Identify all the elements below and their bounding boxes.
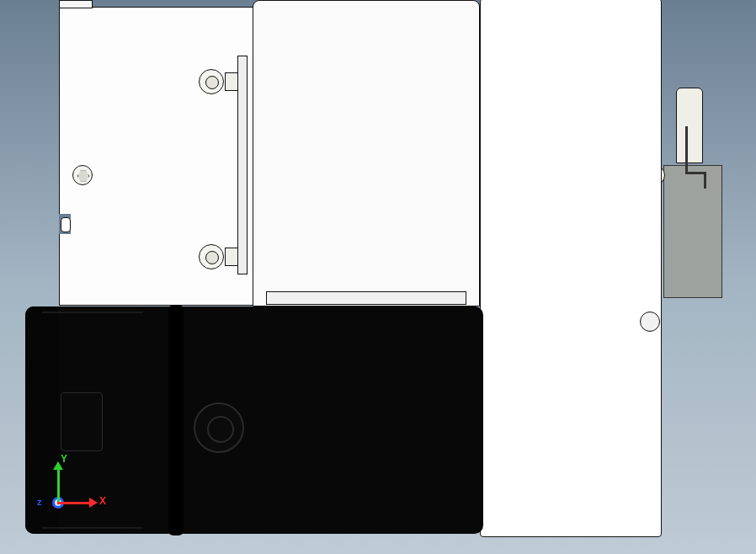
wire-segment [704,172,706,189]
edge-line [42,312,143,313]
boss-icon [199,69,224,94]
housing-notch [59,214,71,234]
y-axis-label: Y [61,453,67,465]
housing-tab-left [59,0,93,8]
sensor-bracket [676,88,703,163]
cad-viewport[interactable]: Y X z [0,0,756,554]
y-axis-icon [57,470,60,503]
edge-line [42,527,143,529]
wire-segment [685,126,688,172]
mount-plate [663,165,722,298]
motor-label-plate [61,392,103,451]
x-axis-label: X [99,495,106,507]
motor-clamp [168,305,184,535]
round-feature [640,312,660,332]
x-axis-arrow-icon [89,498,98,508]
hex-bolt-icon [72,165,93,185]
motor-shaft-face [194,402,244,453]
wire-segment [685,172,705,174]
access-cover [253,0,480,306]
x-axis-icon [57,502,91,504]
boss-icon [199,244,224,269]
boss-mount [225,248,238,266]
cover-lip [266,291,466,305]
front-panel [480,0,662,537]
boss-mount [225,72,238,91]
z-axis-label: z [37,497,42,507]
bracket-rail [237,56,248,274]
view-orientation-triad[interactable]: Y X z [40,453,108,520]
